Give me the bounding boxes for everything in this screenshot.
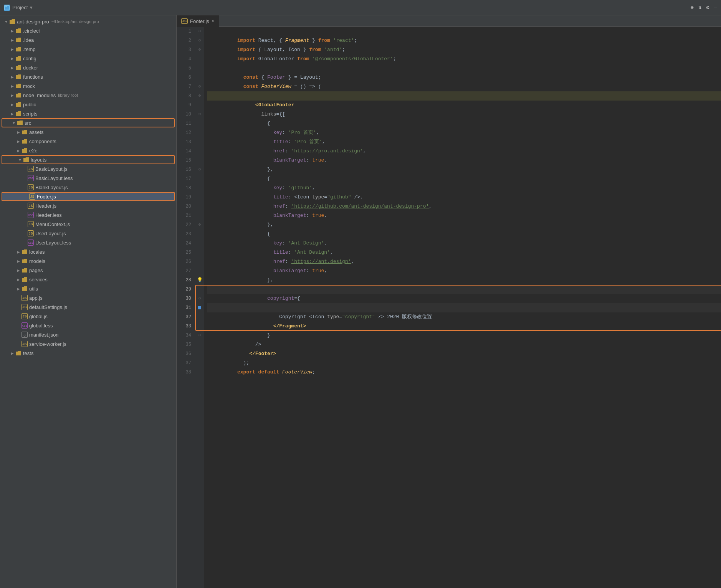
minimize-icon[interactable]: —	[714, 5, 717, 11]
sidebar-item-defaultSettings-js[interactable]: JS defaultSettings.js	[0, 302, 176, 312]
sidebar-item-root[interactable]: ant-design-pro ~/Desktop/ant-design-pro	[0, 17, 176, 26]
gutter-3: ⊖	[195, 45, 204, 55]
fold-icon[interactable]: ⊖	[198, 165, 201, 174]
sidebar-item-pages[interactable]: pages	[0, 266, 176, 275]
sidebar-item-locales[interactable]: locales	[0, 247, 176, 256]
code-content[interactable]: import React, { Fragment } from 'react';…	[204, 27, 721, 588]
sidebar-item-Header-less[interactable]: KSS Header.less	[0, 210, 176, 220]
sidebar-item-app-js[interactable]: JS app.js	[0, 293, 176, 302]
tree-label: Header.js	[35, 203, 56, 209]
fold-icon[interactable]: ⊖	[198, 294, 201, 303]
tab-close-button[interactable]: ×	[212, 18, 214, 24]
settings-icon[interactable]: ⚙	[706, 4, 709, 11]
tree-label: .temp	[23, 46, 36, 52]
sidebar-item-UserLayout-js[interactable]: JS UserLayout.js	[0, 229, 176, 238]
line-num-11: 11	[177, 119, 195, 128]
sidebar-item-idea[interactable]: .idea	[0, 35, 176, 45]
less-file-icon: KSS	[28, 239, 34, 246]
sidebar-item-global-js[interactable]: JS global.js	[0, 312, 176, 321]
sidebar-item-layouts[interactable]: layouts	[2, 155, 175, 164]
sidebar-item-Footer-js[interactable]: JS Footer.js	[2, 192, 175, 201]
gutter-11	[195, 119, 204, 128]
line-num-36: 36	[177, 349, 195, 358]
fold-icon[interactable]: ⊖	[198, 27, 201, 36]
tree-arrow	[15, 286, 21, 292]
code-line-28: ]}	[207, 276, 721, 285]
code-line-24: title: 'Ant Design',	[207, 239, 721, 248]
gutter-30: ⊖	[195, 294, 204, 303]
line-num-18: 18	[177, 183, 195, 193]
code-line-2: import { Layout, Icon } from 'antd';	[207, 36, 721, 45]
json-file-icon: {}	[21, 332, 28, 338]
sidebar-item-UserLayout-less[interactable]: KSS UserLayout.less	[0, 238, 176, 247]
tab-footer-js[interactable]: JS Footer.js ×	[177, 15, 219, 27]
sidebar-item-node_modules[interactable]: node_modules library root	[0, 91, 176, 100]
sidebar-item-utils[interactable]: utils	[0, 284, 176, 293]
gutter-26	[195, 257, 204, 266]
tree-label: .idea	[23, 37, 34, 43]
title-bar-icons: ⊕ ⇅ ⚙ —	[690, 4, 717, 11]
sidebar-item-service-worker-js[interactable]: JS service-worker.js	[0, 339, 176, 349]
title-bar: Project ▾ ⊕ ⇅ ⚙ —	[0, 0, 721, 15]
sidebar-item-BlankLayout-js[interactable]: JS BlankLayout.js	[0, 183, 176, 192]
line-num-17: 17	[177, 174, 195, 183]
sort-icon[interactable]: ⇅	[698, 4, 701, 11]
fold-icon[interactable]: ⊖	[198, 91, 201, 101]
sidebar-item-manifest-json[interactable]: {} manifest.json	[0, 330, 176, 339]
tree-arrow	[9, 37, 15, 43]
fold-icon[interactable]: ⊖	[198, 82, 201, 91]
code-line-15: },	[207, 156, 721, 165]
sidebar-item-tests[interactable]: tests	[0, 349, 176, 358]
sidebar-item-MenuContext-js[interactable]: JS MenuContext.js	[0, 220, 176, 229]
sidebar-item-services[interactable]: services	[0, 275, 176, 284]
line-num-38: 38	[177, 368, 195, 377]
sync-icon[interactable]: ⊕	[690, 4, 693, 11]
fold-icon[interactable]: ⊖	[198, 36, 201, 45]
tree-label: Header.less	[35, 212, 62, 218]
tree-arrow	[9, 74, 15, 80]
code-line-25: href: 'https://ant.design',	[207, 248, 721, 257]
lightbulb-icon[interactable]: 💡	[197, 276, 203, 285]
sidebar-item-functions[interactable]: functions	[0, 72, 176, 81]
sidebar-item-public[interactable]: public	[0, 100, 176, 109]
sidebar-item-config[interactable]: config	[0, 54, 176, 63]
tree-arrow	[17, 157, 23, 163]
code-editor[interactable]: 1 2 3 4 5 6 7 8 9 10 11 12 13 14 15 16 1…	[177, 27, 721, 588]
sidebar-item-assets[interactable]: assets	[0, 127, 176, 137]
sidebar-item-mock[interactable]: mock	[0, 81, 176, 91]
sidebar-item-BasicLayout-js[interactable]: JS BasicLayout.js	[0, 164, 176, 173]
tree-label: config	[23, 56, 36, 61]
sidebar-item-components[interactable]: components	[0, 137, 176, 146]
gutter-9	[195, 101, 204, 110]
sidebar-item-src[interactable]: src	[2, 118, 175, 127]
sidebar-item-models[interactable]: models	[0, 256, 176, 266]
sidebar-item-scripts[interactable]: scripts	[0, 109, 176, 118]
tree-arrow	[15, 129, 21, 135]
project-dropdown-icon[interactable]: ▾	[30, 5, 33, 10]
folder-icon	[15, 38, 21, 43]
gutter-38	[195, 368, 204, 377]
code-line-32: </Fragment>	[207, 312, 721, 322]
gutter-33	[195, 322, 204, 331]
sidebar-item-temp[interactable]: .temp	[0, 45, 176, 54]
fold-icon[interactable]: ⊖	[198, 45, 201, 55]
project-icon	[4, 5, 10, 11]
sidebar-item-BasicLayout-less[interactable]: KSS BasicLayout.less	[0, 173, 176, 183]
fold-icon[interactable]: ⊖	[198, 220, 201, 230]
sidebar-item-docker[interactable]: docker	[0, 63, 176, 72]
tree-label: pages	[29, 268, 43, 273]
tree-label: node_modules	[23, 92, 56, 98]
fold-icon[interactable]: ⊖	[198, 110, 201, 119]
sidebar-item-global-less[interactable]: KSS global.less	[0, 321, 176, 330]
tree-label: BasicLayout.js	[35, 166, 68, 172]
js-file-icon: JS	[28, 184, 34, 190]
project-title[interactable]: Project	[12, 5, 28, 10]
line-num-20: 20	[177, 202, 195, 211]
sidebar-item-Header-js[interactable]: JS Header.js	[0, 201, 176, 210]
line-num-23: 23	[177, 230, 195, 239]
sidebar-item-circleci[interactable]: .circleci	[0, 26, 176, 35]
js-file-icon: JS	[28, 166, 34, 172]
fold-icon[interactable]: ⊖	[198, 331, 201, 340]
sidebar-item-e2e[interactable]: e2e	[0, 146, 176, 155]
tree-label: functions	[23, 74, 43, 80]
